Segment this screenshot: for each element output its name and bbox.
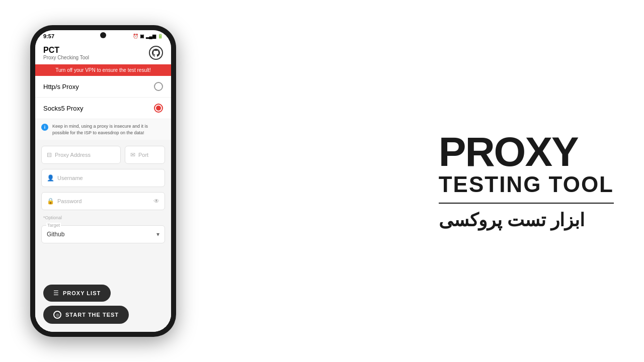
http-proxy-option[interactable]: Http/s Proxy [35, 76, 171, 98]
phone-screen: 9:57 ⏰ ▣ ▂▄▆ 🔋 PCT Proxy Checking Tool [35, 30, 171, 332]
proxy-title: PROXY [439, 131, 578, 172]
info-text: Keep in mind, using a proxy is insecure … [52, 123, 165, 136]
app-content: Http/s Proxy Socks5 Proxy i Keep in mind… [35, 76, 171, 332]
eye-icon[interactable]: 👁 [153, 198, 159, 205]
username-field[interactable]: 👤 Username [41, 169, 165, 187]
phone-device: 9:57 ⏰ ▣ ▂▄▆ 🔋 PCT Proxy Checking Tool [30, 25, 176, 337]
app-title: PCT [43, 45, 89, 55]
address-port-row: ⊟ Proxy Address ✉ Port [41, 146, 165, 164]
signal-icon: ▂▄▆ [146, 34, 156, 39]
phone-wrapper: 9:57 ⏰ ▣ ▂▄▆ 🔋 PCT Proxy Checking Tool [30, 25, 176, 337]
start-test-button[interactable]: ◎ START THE TEST [43, 306, 129, 324]
address-icon: ⊟ [47, 151, 52, 158]
phone-camera [100, 32, 106, 38]
target-value: Github [47, 231, 64, 238]
scan-icon: ◎ [53, 311, 61, 319]
target-label: Target [46, 223, 61, 228]
warning-text: Turn off your VPN to ensure the test res… [55, 67, 151, 73]
testing-tool-text: TESTING TOOL [439, 172, 614, 197]
lock-icon: 🔒 [47, 198, 54, 205]
info-icon: i [41, 124, 48, 131]
port-placeholder: Port [138, 152, 148, 158]
optional-label: *Optional [41, 215, 165, 220]
http-proxy-radio[interactable] [154, 82, 163, 91]
github-button[interactable] [149, 46, 163, 60]
status-icons: ⏰ ▣ ▂▄▆ 🔋 [133, 34, 163, 39]
app-title-block: PCT Proxy Checking Tool [43, 45, 89, 60]
port-icon: ✉ [130, 151, 135, 158]
bottom-area: ☰ PROXY LIST ◎ START THE TEST [35, 280, 171, 332]
form-area: ⊟ Proxy Address ✉ Port 👤 Username [35, 140, 171, 280]
page-container: 9:57 ⏰ ▣ ▂▄▆ 🔋 PCT Proxy Checking Tool [0, 0, 644, 362]
battery-icon: 🔋 [157, 34, 163, 39]
target-dropdown[interactable]: Github ▾ [41, 225, 165, 243]
socks5-proxy-radio[interactable] [154, 104, 163, 113]
alarm-icon: ⏰ [133, 34, 138, 39]
username-placeholder: Username [57, 175, 83, 181]
target-wrapper: Target Github ▾ [41, 225, 165, 243]
app-subtitle: Proxy Checking Tool [43, 55, 89, 60]
proxy-address-field[interactable]: ⊟ Proxy Address [41, 146, 121, 164]
proxy-address-placeholder: Proxy Address [55, 152, 91, 158]
list-icon: ☰ [53, 290, 59, 297]
chevron-down-icon: ▾ [156, 231, 159, 238]
http-proxy-label: Http/s Proxy [43, 83, 79, 90]
start-test-label: START THE TEST [65, 312, 119, 318]
status-time: 9:57 [43, 33, 54, 39]
proxy-list-button[interactable]: ☰ PROXY LIST [43, 285, 111, 302]
socks5-proxy-label: Socks5 Proxy [43, 105, 83, 112]
socks5-proxy-option[interactable]: Socks5 Proxy [35, 98, 171, 119]
persian-text: ابزار تست پروکسی [439, 210, 585, 231]
user-icon: 👤 [47, 174, 54, 182]
app-bar: PCT Proxy Checking Tool [35, 41, 171, 64]
password-field[interactable]: 🔒 Password 👁 [41, 192, 165, 210]
divider-line [439, 203, 614, 204]
warning-banner: Turn off your VPN to ensure the test res… [35, 64, 171, 76]
info-box: i Keep in mind, using a proxy is insecur… [35, 119, 171, 140]
sim-icon: ▣ [140, 34, 144, 39]
port-field[interactable]: ✉ Port [125, 146, 165, 164]
proxy-list-label: PROXY LIST [63, 290, 101, 296]
right-content: PROXY TESTING TOOL ابزار تست پروکسی [439, 131, 614, 231]
password-placeholder: Password [57, 198, 82, 204]
